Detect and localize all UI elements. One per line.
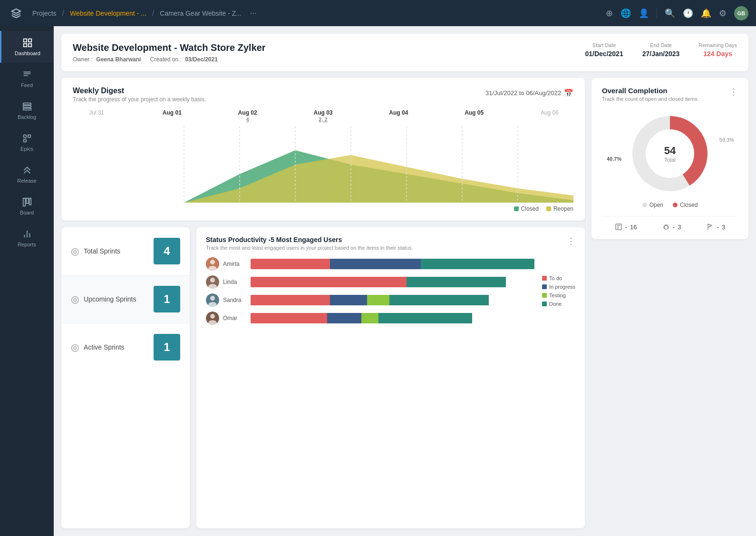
bar-legend: To do In progress Testing: [542, 257, 575, 325]
day-aug06: Aug 06: [531, 109, 569, 123]
comp-stat-tasks-value: 16: [630, 224, 637, 231]
board-icon: [22, 197, 32, 207]
svg-rect-5: [23, 106, 31, 107]
productivity-subtitle: Track the most and least engaged users i…: [206, 245, 413, 251]
svg-rect-6: [23, 108, 31, 110]
day-aug05: Aug 05: [455, 109, 493, 123]
user-icon[interactable]: 👤: [639, 8, 649, 19]
donut-total: 54: [664, 145, 676, 157]
avatar: GB: [734, 6, 748, 20]
logo-icon: [8, 5, 25, 22]
sidebar-item-release[interactable]: Release: [0, 158, 54, 190]
sidebar-item-reports[interactable]: Reports: [0, 222, 54, 254]
bar-row-linda: Linda: [206, 275, 534, 289]
settings-icon[interactable]: ⚙: [719, 8, 727, 19]
nav-website-dev[interactable]: Website Development - ...: [66, 8, 150, 19]
legend-closed-comp: Closed: [673, 202, 698, 208]
total-sprints-icon: ◎: [71, 245, 79, 257]
sidebar-label-epics: Epics: [20, 146, 33, 152]
svg-rect-9: [29, 198, 31, 205]
dashboard-icon: [22, 38, 33, 48]
sprint-stat-total: ◎ Total Sprints 4: [61, 227, 190, 275]
upcoming-sprints-icon: ◎: [71, 293, 79, 305]
completion-more[interactable]: ⋮: [729, 87, 738, 97]
sidebar-item-board[interactable]: Board: [0, 190, 54, 222]
completion-card: Overall Completion Track the count of op…: [591, 78, 748, 239]
day-jul31: Jul 31: [78, 109, 116, 123]
sprint-stats: ◎ Total Sprints 4 ◎ Upcoming Sprints 1: [61, 227, 190, 528]
svg-point-20: [210, 260, 215, 264]
sprint-stat-upcoming: ◎ Upcoming Sprints 1: [61, 275, 190, 323]
donut-label: Total: [664, 157, 676, 163]
backlog-icon: [22, 101, 32, 112]
productivity-title: Status Productivity -5 Most Engaged User…: [206, 236, 413, 244]
svg-rect-8: [26, 198, 29, 204]
active-sprints-value: 1: [154, 334, 180, 361]
upcoming-sprints-label: Upcoming Sprints: [84, 295, 136, 303]
weekly-digest-title: Weekly Digest: [73, 87, 206, 95]
completion-subtitle: Track the count of open and closed items…: [602, 96, 699, 102]
bar-row-amirta: Amirta: [206, 257, 534, 271]
project-header: Website Development - Watch Store Zylker…: [61, 34, 748, 71]
bar-row-omar: Omar: [206, 312, 534, 325]
svg-point-26: [210, 296, 215, 301]
productivity-more[interactable]: ⋮: [567, 236, 575, 246]
search-icon[interactable]: 🔍: [665, 8, 675, 19]
svg-point-23: [210, 278, 215, 283]
svg-rect-1: [29, 39, 31, 42]
nav-camera-gear[interactable]: Camera Gear Website - Z...: [156, 8, 245, 19]
bugs-icon: [662, 223, 670, 231]
topbar-more[interactable]: ···: [245, 7, 261, 19]
clock-icon[interactable]: 🕐: [683, 8, 693, 19]
comp-stat-tasks: - 16: [615, 223, 637, 231]
tasks-icon: [615, 223, 622, 231]
add-icon[interactable]: ⊕: [606, 8, 613, 19]
active-sprints-icon: ◎: [71, 341, 79, 353]
svg-rect-3: [29, 44, 31, 47]
total-sprints-value: 4: [154, 238, 180, 264]
sidebar-label-release: Release: [17, 178, 36, 184]
legend-open: Open: [642, 202, 663, 208]
sidebar-item-backlog[interactable]: Backlog: [0, 95, 54, 127]
flag-icon: [707, 223, 714, 231]
day-aug04: Aug 04: [379, 109, 417, 123]
comp-stat-bugs-value: 3: [678, 224, 681, 231]
svg-rect-4: [23, 103, 31, 105]
day-aug02: Aug 024: [229, 109, 267, 123]
date-range: 31/Jul/2022 to 06/Aug/2022 📅: [485, 88, 573, 97]
remaining-days: Remaining Days 124 Days: [698, 42, 737, 58]
avatar-sandra: [206, 293, 219, 307]
sidebar-label-dashboard: Dashboard: [15, 50, 40, 56]
sprint-stat-active: ◎ Active Sprints 1: [61, 323, 190, 371]
completion-title: Overall Completion: [602, 87, 699, 95]
nav-projects[interactable]: Projects: [29, 8, 60, 19]
total-sprints-label: Total Sprints: [84, 247, 120, 255]
sidebar-item-epics[interactable]: Epics: [0, 127, 54, 158]
avatar-omar: [206, 312, 219, 325]
weekly-digest-subtitle: Track the progress of your project on a …: [73, 96, 206, 103]
sidebar-label-backlog: Backlog: [18, 114, 36, 120]
svg-rect-0: [24, 39, 27, 42]
active-sprints-label: Active Sprints: [84, 343, 125, 351]
epics-icon: [22, 133, 32, 144]
day-aug01: Aug 01: [153, 109, 191, 123]
globe-icon[interactable]: 🌐: [620, 8, 631, 19]
sidebar-label-feed: Feed: [21, 82, 33, 88]
weekly-digest-card: Weekly Digest Track the progress of your…: [61, 78, 585, 221]
upcoming-sprints-value: 1: [154, 286, 180, 312]
calendar-icon[interactable]: 📅: [564, 88, 573, 97]
sidebar-item-dashboard[interactable]: Dashboard: [0, 31, 54, 63]
productivity-card: Status Productivity -5 Most Engaged User…: [196, 227, 585, 528]
bell-icon[interactable]: 🔔: [701, 8, 711, 19]
reports-icon: [22, 229, 32, 239]
svg-point-34: [664, 225, 668, 229]
release-icon: [22, 165, 32, 175]
project-meta: Owner : Geena Bharwani Created on : 03/D…: [73, 56, 266, 63]
sidebar-item-feed[interactable]: Feed: [0, 63, 54, 95]
comp-stat-flags: - 3: [707, 223, 726, 231]
bar-row-sandra: Sandra: [206, 293, 534, 307]
legend-reopen: Reopen: [546, 205, 573, 212]
sidebar-label-reports: Reports: [18, 242, 36, 247]
feed-icon: [22, 69, 32, 80]
end-date: End Date 27/Jan/2023: [642, 42, 680, 58]
